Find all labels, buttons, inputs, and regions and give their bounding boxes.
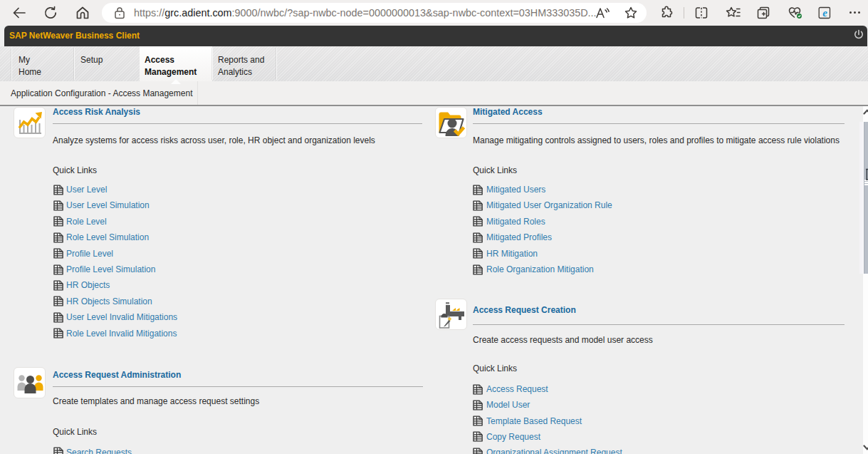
svg-text:e: e	[822, 7, 827, 19]
